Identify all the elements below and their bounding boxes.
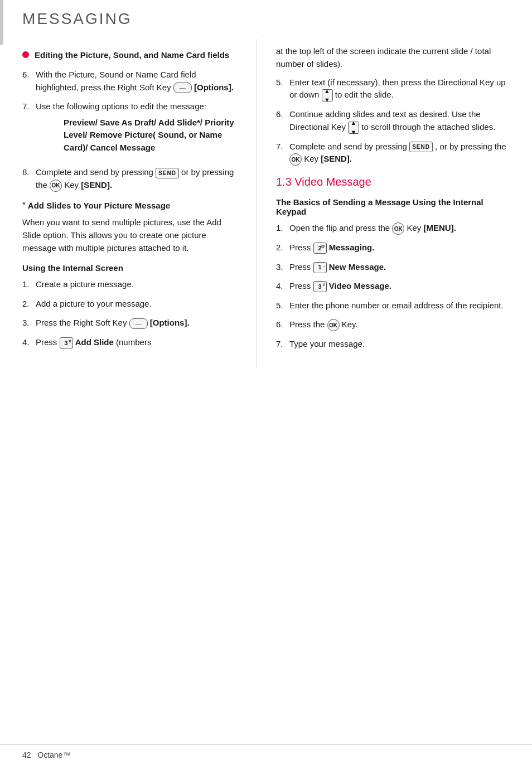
item-number: 2. [22, 298, 36, 311]
left-column: Editing the Picture, Sound, and Name Car… [0, 39, 257, 369]
content-wrapper: Editing the Picture, Sound, and Name Car… [0, 33, 532, 369]
item-content: Press 1- New Message. [289, 261, 510, 274]
item-content: With the Picture, Sound or Name Card fie… [36, 69, 239, 94]
item-number: 6. [276, 318, 289, 331]
item-number: 2. [276, 241, 289, 254]
item-number: 4. [276, 280, 289, 293]
list-item: 2. Add a picture to your message. [22, 298, 239, 311]
item-number: 3. [22, 317, 36, 330]
key-2-icon: 2@ [313, 243, 327, 254]
item-content: Press 3# Video Message. [289, 280, 510, 293]
item-content: Enter the phone number or email address … [289, 299, 510, 312]
sub-heading-basics: The Basics of Sending a Message Using th… [276, 197, 510, 216]
item-number: 5. [276, 299, 289, 312]
page-container: MESSAGING Editing the Picture, Sound, an… [0, 0, 532, 765]
item-content: Continue adding slides and text as desir… [289, 108, 510, 134]
item-content: Press the OK Key. [289, 318, 510, 331]
list-item: 5. Enter the phone number or email addre… [276, 299, 510, 312]
key-3-icon: 3# [60, 337, 73, 348]
footer-brand: Octane™ [37, 751, 70, 759]
directional-key-icon: ▲▼ [348, 122, 359, 134]
page-header: MESSAGING [0, 0, 532, 33]
asterisk-icon: * [22, 200, 26, 209]
left-accent-bar [0, 0, 3, 45]
send-key-icon: SEND [409, 142, 433, 152]
ok-key-icon: OK [289, 153, 302, 166]
item-number: 5. [276, 76, 289, 89]
right-column: at the top left of the screen indicate t… [257, 39, 532, 369]
page-title: MESSAGING [22, 10, 510, 28]
list-item: 7. Use the following options to edit the… [22, 100, 239, 159]
list-item: 4. Press 3# Video Message. [276, 280, 510, 293]
item-content: Type your message. [289, 338, 510, 351]
bullet-heading-text: Editing the Picture, Sound, and Name Car… [35, 49, 229, 61]
list-item: 3. Press 1- New Message. [276, 261, 510, 274]
item-number: 1. [276, 222, 289, 235]
options-list: Preview/ Save As Draft/ Add Slide*/ Prio… [36, 117, 239, 154]
bullet-dot-icon [22, 51, 29, 58]
list-item: 7. Type your message. [276, 338, 510, 351]
item-content: Add a picture to your message. [36, 298, 239, 311]
item-number: 1. [22, 278, 36, 291]
item-number: 8. [22, 166, 36, 179]
list-item: 4. Press 3# Add Slide (numbers [22, 336, 239, 349]
continuation-text: at the top left of the screen indicate t… [276, 45, 510, 71]
item-number: 7. [276, 141, 289, 153]
options-label: [Options]. [194, 83, 234, 92]
star-body-text: When you want to send multiple pictures,… [22, 216, 239, 255]
item-number: 6. [276, 108, 289, 121]
item-content: Enter text (if necessary), then press th… [289, 76, 510, 102]
item-content: Complete and send by pressing SEND or by… [36, 166, 239, 192]
footer-page-number: 42 [22, 751, 31, 759]
key-1-icon: 1- [313, 262, 327, 273]
list-item: 1. Create a picture message. [22, 278, 239, 291]
item-number: 3. [276, 261, 289, 274]
item-number: 6. [22, 69, 36, 81]
send-key-icon: SEND [156, 168, 179, 178]
page-footer: 42 Octane™ [0, 744, 532, 765]
ok-key-icon: OK [392, 222, 404, 235]
item-number: 7. [22, 100, 36, 113]
item-content: Press the Right Soft Key — [Options]. [36, 317, 239, 330]
item-content: Press 3# Add Slide (numbers [36, 336, 239, 349]
item-number: 4. [22, 336, 36, 349]
list-item: 5. Enter text (if necessary), then press… [276, 76, 510, 102]
list-item: 1. Open the flip and press the OK Key [M… [276, 222, 510, 235]
item-content: Press 2@ Messaging. [289, 241, 510, 254]
directional-key-icon: ▲▼ [322, 89, 333, 101]
item-content: Use the following options to edit the me… [36, 100, 239, 159]
ok-key-icon: OK [327, 319, 340, 331]
sub-heading-internal-screen: Using the Internal Screen [22, 263, 239, 273]
ok-key-icon: OK [50, 180, 62, 192]
video-section-heading: 1.3 Video Message [276, 176, 510, 188]
list-item: 6. Press the OK Key. [276, 318, 510, 331]
list-item: 6. With the Picture, Sound or Name Card … [22, 69, 239, 94]
list-item: 8. Complete and send by pressing SEND or… [22, 166, 239, 192]
item-content: Open the flip and press the OK Key [MENU… [289, 222, 510, 235]
right-soft-key-icon: — [173, 83, 192, 93]
bullet-heading-section: Editing the Picture, Sound, and Name Car… [22, 49, 239, 61]
key-3b-icon: 3# [313, 281, 327, 292]
list-item: 3. Press the Right Soft Key — [Options]. [22, 317, 239, 330]
item-number: 7. [276, 338, 289, 351]
right-soft-key-icon: — [129, 318, 148, 329]
list-item: 6. Continue adding slides and text as de… [276, 108, 510, 134]
item-content: Complete and send by pressing SEND , or … [289, 141, 510, 166]
star-heading-text: Add Slides to Your Picture Message [28, 200, 170, 211]
list-item: 7. Complete and send by pressing SEND , … [276, 141, 510, 166]
item-content: Create a picture message. [36, 278, 239, 291]
list-item: 2. Press 2@ Messaging. [276, 241, 510, 254]
star-section-heading: * Add Slides to Your Picture Message [22, 200, 239, 211]
